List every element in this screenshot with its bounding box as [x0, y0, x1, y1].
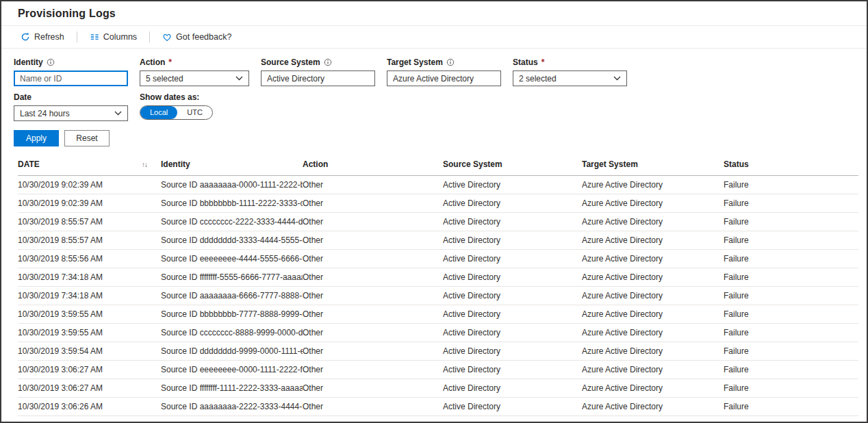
table-cell: Active Directory	[443, 268, 582, 287]
table-cell: Active Directory	[443, 250, 582, 268]
status-dropdown[interactable]: 2 selected	[513, 70, 627, 86]
required-marker: *	[168, 57, 172, 67]
toggle-option-local[interactable]: Local	[140, 106, 177, 119]
table-cell: Azure Active Directory	[582, 379, 724, 398]
table-row[interactable]: 10/30/2019 2:25:11 AMSource ID bbbbbbbb-…	[18, 416, 858, 423]
page-header: Provisioning Logs	[1, 1, 867, 25]
table-row[interactable]: 10/30/2019 3:06:27 AMSource ID eeeeeeee-…	[18, 361, 858, 379]
column-header-target-system[interactable]: Target System	[582, 153, 724, 176]
table-cell: 10/30/2019 3:06:26 AM	[18, 398, 161, 416]
table-cell: 10/30/2019 9:02:39 AM	[18, 194, 161, 213]
target-system-filter: Target System	[387, 57, 501, 86]
target-system-input[interactable]	[387, 70, 501, 86]
columns-button[interactable]: Columns	[84, 29, 142, 44]
table-row[interactable]: 10/30/2019 3:59:55 AMSource ID bbbbbbbb-…	[18, 305, 858, 324]
table-cell: Azure Active Directory	[582, 342, 724, 361]
table-cell: Source ID eeeeeeee-4444-5555-6666-ffff	[161, 250, 303, 268]
table-cell: Source ID aaaaaaaa-6666-7777-8888-bb	[161, 287, 303, 305]
source-system-label: Source System	[261, 57, 320, 67]
table-cell: Failure	[724, 398, 858, 416]
table-cell: Active Directory	[443, 176, 582, 194]
status-label: Status	[513, 57, 538, 67]
table-cell: Failure	[724, 287, 858, 305]
table-cell: Failure	[724, 176, 858, 194]
table-row[interactable]: 10/30/2019 3:06:26 AMSource ID aaaaaaaa-…	[18, 398, 858, 416]
table-cell: Azure Active Directory	[582, 250, 724, 268]
table-cell: Azure Active Directory	[582, 268, 724, 287]
action-filter: Action * 5 selected	[140, 57, 249, 86]
identity-input[interactable]	[14, 70, 128, 86]
provisioning-logs-page: Provisioning Logs Refresh Columns	[1, 1, 867, 423]
show-dates-filter: Show dates as: Local UTC	[140, 92, 249, 120]
table-cell: Source ID aaaaaaaa-2222-3333-4444-bb	[161, 398, 303, 416]
table-cell: 10/30/2019 3:59:55 AM	[18, 324, 161, 342]
table-cell: Source ID bbbbbbbb-1111-2222-3333-cccc	[161, 194, 303, 213]
action-dropdown[interactable]: 5 selected	[140, 70, 249, 86]
refresh-label: Refresh	[34, 32, 64, 42]
filter-row-1: Identity Action * 5 selected	[14, 57, 854, 86]
column-header-date[interactable]: DATE ↑↓	[18, 153, 161, 176]
feedback-button[interactable]: Got feedback?	[157, 29, 237, 44]
table-cell: Active Directory	[443, 194, 582, 213]
table-cell: Other	[303, 194, 443, 213]
table-cell: 10/30/2019 8:55:56 AM	[18, 250, 161, 268]
table-cell: Active Directory	[443, 398, 582, 416]
table-cell: Azure Active Directory	[582, 305, 724, 324]
table-row[interactable]: 10/30/2019 9:02:39 AMSource ID bbbbbbbb-…	[18, 194, 858, 213]
command-bar: Refresh Columns Got feedback?	[1, 25, 867, 49]
table-cell: Azure Active Directory	[582, 398, 724, 416]
table-row[interactable]: 10/30/2019 3:59:55 AMSource ID cccccccc-…	[18, 324, 858, 342]
info-icon	[324, 58, 332, 66]
reset-button[interactable]: Reset	[64, 130, 110, 146]
table-row[interactable]: 10/30/2019 7:34:18 AMSource ID ffffffff-…	[18, 268, 858, 287]
table-cell: Failure	[724, 231, 858, 250]
table-cell: Active Directory	[443, 287, 582, 305]
table-row[interactable]: 10/30/2019 3:59:54 AMSource ID dddddddd-…	[18, 342, 858, 361]
date-value: Last 24 hours	[20, 109, 70, 118]
sort-icon[interactable]: ↑↓	[142, 161, 147, 168]
table-cell: Other	[303, 342, 443, 361]
apply-button[interactable]: Apply	[14, 130, 59, 146]
table-row[interactable]: 10/30/2019 8:55:57 AMSource ID cccccccc-…	[18, 213, 858, 231]
table-cell: Other	[303, 231, 443, 250]
table-cell: Active Directory	[443, 361, 582, 379]
target-system-label: Target System	[387, 57, 443, 67]
table-cell: Other	[303, 416, 443, 423]
column-header-source-system[interactable]: Source System	[443, 153, 582, 176]
date-dropdown[interactable]: Last 24 hours	[14, 105, 128, 121]
table-cell: 10/30/2019 3:06:27 AM	[18, 379, 161, 398]
table-cell: Other	[303, 398, 443, 416]
log-table: DATE ↑↓ Identity Action Source System Ta…	[18, 153, 858, 423]
table-cell: Azure Active Directory	[582, 176, 724, 194]
column-header-identity[interactable]: Identity	[161, 153, 303, 176]
source-system-input[interactable]	[261, 70, 375, 86]
table-cell: Other	[303, 379, 443, 398]
refresh-button[interactable]: Refresh	[15, 29, 70, 44]
table-row[interactable]: 10/30/2019 3:06:27 AMSource ID ffffffff-…	[18, 379, 858, 398]
table-row[interactable]: 10/30/2019 8:55:56 AMSource ID eeeeeeee-…	[18, 250, 858, 268]
table-row[interactable]: 10/30/2019 9:02:39 AMSource ID aaaaaaaa-…	[18, 176, 858, 194]
filter-panel: Identity Action * 5 selected	[1, 49, 867, 146]
heart-icon	[162, 33, 172, 42]
table-cell: Failure	[724, 342, 858, 361]
date-filter: Date Last 24 hours	[14, 92, 128, 121]
table-cell: 10/30/2019 3:06:27 AM	[18, 361, 161, 379]
filter-actions: Apply Reset	[14, 130, 854, 146]
table-cell: 10/30/2019 3:59:55 AM	[18, 305, 161, 324]
column-header-status[interactable]: Status	[724, 153, 858, 176]
table-row[interactable]: 10/30/2019 8:55:57 AMSource ID dddddddd-…	[18, 231, 858, 250]
toggle-option-utc[interactable]: UTC	[177, 106, 212, 119]
table-cell: Failure	[724, 194, 858, 213]
feedback-label: Got feedback?	[176, 32, 231, 42]
table-cell: Source ID cccccccc-2222-3333-4444-ddd	[161, 213, 303, 231]
table-cell: Azure Active Directory	[582, 324, 724, 342]
page-title: Provisioning Logs	[18, 8, 850, 20]
table-cell: Source ID dddddddd-9999-0000-1111-eee	[161, 342, 303, 361]
table-cell: Azure Active Directory	[582, 416, 724, 423]
column-header-action[interactable]: Action	[303, 153, 443, 176]
table-cell: Other	[303, 287, 443, 305]
table-header: DATE ↑↓ Identity Action Source System Ta…	[18, 153, 858, 176]
table-row[interactable]: 10/30/2019 7:34:18 AMSource ID aaaaaaaa-…	[18, 287, 858, 305]
table-cell: Active Directory	[443, 416, 582, 423]
columns-label: Columns	[103, 32, 137, 42]
